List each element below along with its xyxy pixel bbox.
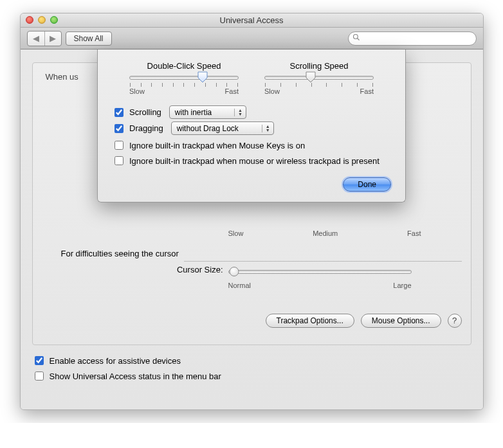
toolbar: ◀ ▶ Show All [21, 28, 483, 49]
scrolling-speed-slider[interactable]: Slow Fast [264, 76, 374, 95]
enable-assistive-row[interactable]: Enable access for assistive devices [32, 354, 471, 367]
bg-scale-fast: Fast [407, 229, 421, 237]
popup-arrows-icon: ▲▼ [262, 125, 271, 132]
scrollspeed-slow: Slow [264, 87, 280, 95]
mouse-options-button[interactable]: Mouse Options... [361, 314, 441, 328]
nav-back-forward: ◀ ▶ [27, 31, 62, 46]
ignore-mousekeys-label: Ignore built-in trackpad when Mouse Keys… [129, 141, 305, 150]
search-input[interactable] [363, 33, 472, 44]
minimize-window-icon[interactable] [38, 16, 46, 24]
close-window-icon[interactable] [26, 16, 33, 24]
universal-access-window: Universal Access ◀ ▶ Show All When us [20, 13, 484, 410]
double-click-speed-label: Double-Click Speed [126, 61, 242, 71]
dragging-label: Dragging [129, 123, 163, 133]
popup-arrows-icon: ▲▼ [234, 109, 243, 116]
ignore-wireless-checkbox[interactable] [114, 156, 123, 165]
scrolling-checkbox[interactable] [114, 108, 123, 117]
scrolling-row: Scrolling with inertia ▲▼ [112, 105, 391, 119]
scrollspeed-fast: Fast [360, 87, 374, 95]
svg-point-0 [353, 35, 358, 39]
dragging-row: Dragging without Drag Lock ▲▼ [112, 121, 391, 135]
cursor-size-label: Cursor Size: [42, 265, 228, 274]
cursor-section-label: For difficulties seeing the cursor [61, 249, 179, 258]
cursor-size-thumb[interactable] [229, 267, 239, 276]
zoom-window-icon[interactable] [50, 16, 58, 24]
bg-speed-scale: Slow Medium Fast [228, 222, 421, 237]
back-button[interactable]: ◀ [28, 31, 44, 46]
scrolling-popup[interactable]: with inertia ▲▼ [169, 105, 246, 119]
scrolling-speed-group: Scrolling Speed Slo [261, 61, 377, 95]
window-title: Universal Access [220, 15, 284, 25]
scrolling-speed-thumb[interactable] [306, 71, 316, 83]
cursor-size-normal: Normal [228, 282, 251, 289]
done-button[interactable]: Done [343, 177, 391, 192]
search-field[interactable] [348, 31, 477, 46]
search-icon [352, 33, 360, 43]
dblclick-slow: Slow [129, 87, 145, 95]
bg-scale-slow: Slow [228, 229, 244, 237]
show-status-label: Show Universal Access status in the menu… [50, 372, 221, 381]
show-status-checkbox[interactable] [35, 372, 44, 381]
dblclick-fast: Fast [225, 87, 239, 95]
double-click-speed-group: Double-Click Speed [126, 61, 242, 95]
ignore-mousekeys-row[interactable]: Ignore built-in trackpad when Mouse Keys… [112, 139, 391, 152]
enable-assistive-label: Enable access for assistive devices [50, 356, 181, 366]
help-button[interactable]: ? [448, 314, 462, 328]
trackpad-options-button[interactable]: Trackpad Options... [266, 314, 354, 328]
double-click-thumb[interactable] [197, 71, 208, 83]
scrolling-label: Scrolling [129, 107, 161, 117]
cursor-section-row: For difficulties seeing the cursor [42, 249, 462, 258]
section-divider [184, 261, 462, 262]
dragging-popup-value: without Drag Lock [177, 124, 258, 133]
enable-assistive-checkbox[interactable] [35, 356, 44, 365]
footer-options: Enable access for assistive devices Show… [32, 354, 471, 382]
cursor-size-slider[interactable]: Normal Large [228, 265, 412, 289]
scrolling-popup-value: with inertia [175, 108, 230, 117]
scrolling-speed-label: Scrolling Speed [261, 61, 377, 71]
ignore-mousekeys-checkbox[interactable] [114, 141, 123, 150]
dragging-checkbox[interactable] [114, 124, 123, 133]
show-status-row[interactable]: Show Universal Access status in the menu… [32, 370, 471, 382]
double-click-speed-slider[interactable]: Slow Fast [129, 76, 239, 95]
dragging-popup[interactable]: without Drag Lock ▲▼ [171, 121, 274, 135]
titlebar: Universal Access [21, 13, 483, 28]
ignore-wireless-row[interactable]: Ignore built-in trackpad when mouse or w… [112, 154, 391, 167]
bg-scale-medium: Medium [313, 229, 338, 237]
cursor-size-large: Large [393, 282, 411, 289]
trackpad-options-sheet: Double-Click Speed [97, 49, 406, 202]
forward-button[interactable]: ▶ [44, 31, 61, 46]
show-all-button[interactable]: Show All [66, 31, 112, 46]
svg-line-1 [357, 39, 359, 40]
ignore-wireless-label: Ignore built-in trackpad when mouse or w… [129, 156, 380, 166]
